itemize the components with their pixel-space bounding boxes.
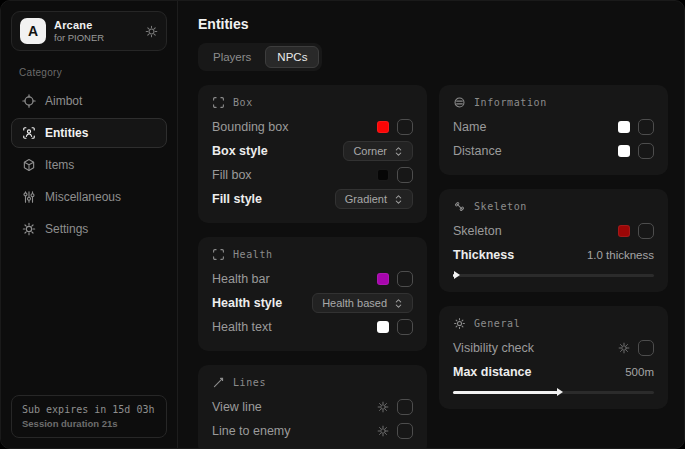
sidebar-item-miscellaneous[interactable]: Miscellaneous: [11, 182, 167, 212]
session-duration-text: Session duration 21s: [22, 418, 156, 429]
row-label: Visibility check: [453, 341, 534, 355]
gear-icon[interactable]: [618, 342, 630, 354]
max-distance-row: Max distance 500m: [453, 360, 654, 384]
dropdown-value: Health based: [322, 297, 387, 309]
sliders-icon: [22, 190, 36, 204]
page-title: Entities: [198, 16, 668, 32]
row-label: Health text: [212, 320, 272, 334]
max-distance-slider[interactable]: [453, 387, 654, 397]
entities-scan-icon: [22, 126, 36, 140]
category-label: Category: [19, 67, 167, 78]
card-title: General: [474, 318, 520, 329]
sidebar-item-label: Entities: [45, 126, 88, 140]
fill-box-row: Fill box: [212, 163, 413, 187]
max-distance-value: 500m: [625, 366, 654, 378]
box-card: Box Bounding box Box style Corner: [198, 85, 427, 223]
gear-icon[interactable]: [377, 425, 389, 437]
row-label: Box style: [212, 144, 268, 158]
row-label: Distance: [453, 144, 502, 158]
sidebar-item-label: Miscellaneous: [45, 190, 121, 204]
health-bar-checkbox[interactable]: [397, 271, 413, 287]
cube-icon: [22, 158, 36, 172]
skeleton-color-swatch[interactable]: [618, 225, 630, 237]
health-text-color-swatch[interactable]: [377, 321, 389, 333]
visibility-check-checkbox[interactable]: [638, 340, 654, 356]
card-title: Skeleton: [474, 201, 527, 212]
unfold-icon: [394, 298, 403, 309]
skeleton-row: Skeleton: [453, 219, 654, 243]
card-title: Box: [233, 97, 253, 108]
distance-color-swatch[interactable]: [618, 145, 630, 157]
sidebar-item-settings[interactable]: Settings: [11, 214, 167, 244]
row-label: Health bar: [212, 272, 270, 286]
sub-expires-text: Sub expires in 15d 03h: [22, 404, 156, 415]
row-label: Fill box: [212, 168, 252, 182]
health-style-row: Health style Health based: [212, 291, 413, 315]
thickness-row: Thickness 1.0 thickness: [453, 243, 654, 267]
sidebar-item-label: Settings: [45, 222, 88, 236]
distance-checkbox[interactable]: [638, 143, 654, 159]
sidebar-item-aimbot[interactable]: Aimbot: [11, 86, 167, 116]
box-style-row: Box style Corner: [212, 139, 413, 163]
general-card: General Visibility check Max distance: [439, 306, 668, 409]
row-label: Skeleton: [453, 224, 502, 238]
bone-icon: [453, 200, 466, 213]
crosshair-icon: [22, 94, 36, 108]
app-logo: A: [20, 18, 46, 44]
fill-style-row: Fill style Gradient: [212, 187, 413, 211]
health-bar-row: Health bar: [212, 267, 413, 291]
line-to-enemy-checkbox[interactable]: [397, 423, 413, 439]
corner-brackets-icon: [212, 96, 225, 109]
bounding-box-color-swatch[interactable]: [377, 121, 389, 133]
sidebar-nav: Aimbot Entities Items Miscellaneous: [11, 86, 167, 244]
slider-thumb[interactable]: [557, 388, 563, 396]
row-label: Max distance: [453, 365, 532, 379]
gear-icon[interactable]: [145, 25, 158, 38]
main-content: Entities Players NPCs Box Bounding box: [178, 1, 684, 448]
sun-icon: [453, 317, 466, 330]
health-bar-color-swatch[interactable]: [377, 273, 389, 285]
sidebar-item-items[interactable]: Items: [11, 150, 167, 180]
thickness-slider[interactable]: [453, 270, 654, 280]
card-title: Health: [233, 249, 273, 260]
sidebar: A Arcane for PIONER Category Aimbot: [1, 1, 178, 448]
app-title: Arcane: [54, 19, 104, 31]
tab-players[interactable]: Players: [201, 46, 263, 68]
info-globe-icon: [453, 96, 466, 109]
dropdown-value: Corner: [353, 145, 387, 157]
subscription-card: Sub expires in 15d 03h Session duration …: [11, 395, 167, 438]
skeleton-checkbox[interactable]: [638, 223, 654, 239]
health-text-checkbox[interactable]: [397, 319, 413, 335]
view-line-checkbox[interactable]: [397, 399, 413, 415]
row-label: Fill style: [212, 192, 262, 206]
health-style-dropdown[interactable]: Health based: [312, 293, 413, 313]
health-card: Health Health bar Health style Health ba…: [198, 237, 427, 351]
app-logo-text: Arcane for PIONER: [54, 19, 104, 43]
app-subtitle: for PIONER: [54, 32, 104, 43]
gear-icon[interactable]: [377, 401, 389, 413]
lines-card: Lines View line Line to enemy: [198, 365, 427, 449]
name-color-swatch[interactable]: [618, 121, 630, 133]
card-title: Information: [474, 97, 547, 108]
sidebar-item-entities[interactable]: Entities: [11, 118, 167, 148]
fill-box-checkbox[interactable]: [397, 167, 413, 183]
row-label: Health style: [212, 296, 282, 310]
row-label: Name: [453, 120, 486, 134]
name-checkbox[interactable]: [638, 119, 654, 135]
corner-brackets-icon: [212, 248, 225, 261]
tab-npcs[interactable]: NPCs: [265, 46, 319, 68]
row-label: Line to enemy: [212, 424, 291, 438]
health-text-row: Health text: [212, 315, 413, 339]
view-line-row: View line: [212, 395, 413, 419]
fill-style-dropdown[interactable]: Gradient: [335, 189, 413, 209]
slider-thumb[interactable]: [454, 271, 460, 279]
bounding-box-checkbox[interactable]: [397, 119, 413, 135]
gear-icon: [22, 222, 36, 236]
row-label: Bounding box: [212, 120, 288, 134]
fill-box-color-swatch[interactable]: [377, 169, 389, 181]
sidebar-item-label: Aimbot: [45, 94, 82, 108]
box-style-dropdown[interactable]: Corner: [343, 141, 413, 161]
distance-row: Distance: [453, 139, 654, 163]
dropdown-value: Gradient: [345, 193, 387, 205]
name-row: Name: [453, 115, 654, 139]
